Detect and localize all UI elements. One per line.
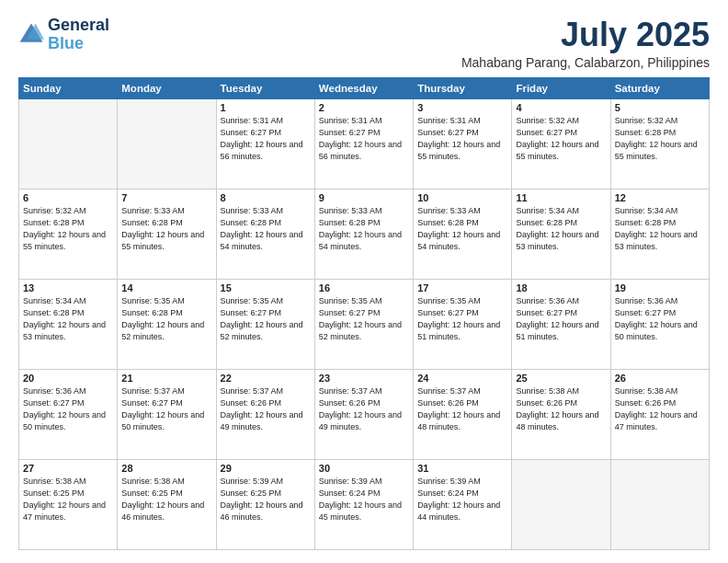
calendar-cell: 28Sunrise: 5:38 AM Sunset: 6:25 PM Dayli… (118, 459, 216, 549)
calendar-cell: 30Sunrise: 5:39 AM Sunset: 6:24 PM Dayli… (314, 459, 413, 549)
week-row-0: 1Sunrise: 5:31 AM Sunset: 6:27 PM Daylig… (19, 98, 710, 189)
cell-info: Sunrise: 5:32 AM Sunset: 6:27 PM Dayligh… (516, 115, 606, 163)
page: General Blue July 2025 Mahabang Parang, … (0, 0, 728, 563)
col-header-monday: Monday (118, 77, 216, 98)
day-number: 18 (516, 282, 606, 293)
cell-info: Sunrise: 5:39 AM Sunset: 6:24 PM Dayligh… (417, 476, 507, 523)
day-number: 10 (417, 192, 507, 203)
cell-info: Sunrise: 5:35 AM Sunset: 6:27 PM Dayligh… (319, 295, 409, 343)
calendar-cell: 5Sunrise: 5:32 AM Sunset: 6:28 PM Daylig… (610, 98, 709, 189)
cell-info: Sunrise: 5:32 AM Sunset: 6:28 PM Dayligh… (23, 205, 113, 253)
col-header-saturday: Saturday (610, 77, 709, 98)
calendar-cell (512, 459, 610, 549)
week-row-4: 27Sunrise: 5:38 AM Sunset: 6:25 PM Dayli… (19, 459, 710, 549)
cell-info: Sunrise: 5:35 AM Sunset: 6:27 PM Dayligh… (417, 295, 507, 343)
cell-info: Sunrise: 5:37 AM Sunset: 6:26 PM Dayligh… (319, 385, 409, 433)
day-number: 29 (221, 463, 311, 474)
cell-info: Sunrise: 5:31 AM Sunset: 6:27 PM Dayligh… (417, 115, 507, 163)
day-number: 16 (319, 282, 409, 293)
cell-info: Sunrise: 5:33 AM Sunset: 6:28 PM Dayligh… (319, 205, 409, 253)
cell-info: Sunrise: 5:34 AM Sunset: 6:28 PM Dayligh… (615, 205, 705, 253)
day-number: 17 (417, 282, 507, 293)
cell-info: Sunrise: 5:37 AM Sunset: 6:26 PM Dayligh… (221, 385, 311, 433)
calendar-cell: 16Sunrise: 5:35 AM Sunset: 6:27 PM Dayli… (314, 279, 413, 369)
calendar-cell: 13Sunrise: 5:34 AM Sunset: 6:28 PM Dayli… (19, 279, 118, 369)
calendar-cell: 3Sunrise: 5:31 AM Sunset: 6:27 PM Daylig… (414, 98, 512, 189)
logo-text: General Blue (48, 17, 109, 53)
calendar-cell: 21Sunrise: 5:37 AM Sunset: 6:27 PM Dayli… (118, 369, 216, 459)
calendar-cell: 11Sunrise: 5:34 AM Sunset: 6:28 PM Dayli… (512, 189, 610, 279)
cell-info: Sunrise: 5:34 AM Sunset: 6:28 PM Dayligh… (516, 205, 606, 253)
calendar-cell: 22Sunrise: 5:37 AM Sunset: 6:26 PM Dayli… (216, 369, 314, 459)
day-number: 13 (23, 282, 113, 293)
cell-info: Sunrise: 5:34 AM Sunset: 6:28 PM Dayligh… (23, 295, 113, 343)
day-number: 14 (121, 282, 211, 293)
calendar-table: SundayMondayTuesdayWednesdayThursdayFrid… (18, 77, 710, 550)
day-number: 28 (121, 463, 211, 474)
calendar-cell: 12Sunrise: 5:34 AM Sunset: 6:28 PM Dayli… (610, 189, 709, 279)
cell-info: Sunrise: 5:36 AM Sunset: 6:27 PM Dayligh… (516, 295, 606, 343)
cell-info: Sunrise: 5:39 AM Sunset: 6:25 PM Dayligh… (221, 476, 311, 523)
calendar-cell: 1Sunrise: 5:31 AM Sunset: 6:27 PM Daylig… (216, 98, 314, 189)
logo-icon (18, 22, 44, 48)
day-number: 27 (23, 463, 113, 474)
day-number: 12 (615, 192, 705, 203)
cell-info: Sunrise: 5:39 AM Sunset: 6:24 PM Dayligh… (319, 476, 409, 523)
calendar-cell (118, 98, 216, 189)
calendar-cell: 19Sunrise: 5:36 AM Sunset: 6:27 PM Dayli… (610, 279, 709, 369)
day-number: 26 (615, 373, 705, 384)
day-number: 24 (417, 373, 507, 384)
day-number: 19 (615, 282, 705, 293)
cell-info: Sunrise: 5:32 AM Sunset: 6:28 PM Dayligh… (615, 115, 705, 163)
calendar-cell: 17Sunrise: 5:35 AM Sunset: 6:27 PM Dayli… (414, 279, 512, 369)
day-number: 3 (417, 102, 507, 113)
calendar-cell: 18Sunrise: 5:36 AM Sunset: 6:27 PM Dayli… (512, 279, 610, 369)
calendar-cell (19, 98, 118, 189)
calendar-cell (610, 459, 709, 549)
cell-info: Sunrise: 5:35 AM Sunset: 6:28 PM Dayligh… (121, 295, 211, 343)
calendar-cell: 8Sunrise: 5:33 AM Sunset: 6:28 PM Daylig… (216, 189, 314, 279)
logo: General Blue (18, 17, 109, 53)
calendar-cell: 26Sunrise: 5:38 AM Sunset: 6:26 PM Dayli… (610, 369, 709, 459)
day-number: 15 (221, 282, 311, 293)
day-number: 21 (121, 373, 211, 384)
col-header-thursday: Thursday (414, 77, 512, 98)
calendar-cell: 31Sunrise: 5:39 AM Sunset: 6:24 PM Dayli… (414, 459, 512, 549)
week-row-3: 20Sunrise: 5:36 AM Sunset: 6:27 PM Dayli… (19, 369, 710, 459)
col-header-sunday: Sunday (19, 77, 118, 98)
calendar-cell: 25Sunrise: 5:38 AM Sunset: 6:26 PM Dayli… (512, 369, 610, 459)
col-header-friday: Friday (512, 77, 610, 98)
cell-info: Sunrise: 5:33 AM Sunset: 6:28 PM Dayligh… (417, 205, 507, 253)
cell-info: Sunrise: 5:37 AM Sunset: 6:26 PM Dayligh… (417, 385, 507, 433)
title-block: July 2025 Mahabang Parang, Calabarzon, P… (461, 17, 710, 70)
cell-info: Sunrise: 5:36 AM Sunset: 6:27 PM Dayligh… (23, 385, 113, 433)
cell-info: Sunrise: 5:37 AM Sunset: 6:27 PM Dayligh… (121, 385, 211, 433)
logo-line1: General (48, 17, 109, 35)
calendar-cell: 15Sunrise: 5:35 AM Sunset: 6:27 PM Dayli… (216, 279, 314, 369)
calendar-cell: 24Sunrise: 5:37 AM Sunset: 6:26 PM Dayli… (414, 369, 512, 459)
day-number: 23 (319, 373, 409, 384)
calendar-cell: 29Sunrise: 5:39 AM Sunset: 6:25 PM Dayli… (216, 459, 314, 549)
calendar-cell: 7Sunrise: 5:33 AM Sunset: 6:28 PM Daylig… (118, 189, 216, 279)
day-number: 8 (221, 192, 311, 203)
cell-info: Sunrise: 5:38 AM Sunset: 6:26 PM Dayligh… (516, 385, 606, 433)
location-title: Mahabang Parang, Calabarzon, Philippines (461, 55, 710, 70)
day-number: 7 (121, 192, 211, 203)
calendar-cell: 23Sunrise: 5:37 AM Sunset: 6:26 PM Dayli… (314, 369, 413, 459)
calendar-header-row: SundayMondayTuesdayWednesdayThursdayFrid… (19, 77, 710, 98)
day-number: 6 (23, 192, 113, 203)
cell-info: Sunrise: 5:36 AM Sunset: 6:27 PM Dayligh… (615, 295, 705, 343)
cell-info: Sunrise: 5:31 AM Sunset: 6:27 PM Dayligh… (319, 115, 409, 163)
cell-info: Sunrise: 5:38 AM Sunset: 6:26 PM Dayligh… (615, 385, 705, 433)
logo-line2: Blue (48, 34, 84, 52)
col-header-tuesday: Tuesday (216, 77, 314, 98)
header: General Blue July 2025 Mahabang Parang, … (18, 17, 710, 70)
month-title: July 2025 (461, 17, 710, 53)
calendar-cell: 9Sunrise: 5:33 AM Sunset: 6:28 PM Daylig… (314, 189, 413, 279)
week-row-1: 6Sunrise: 5:32 AM Sunset: 6:28 PM Daylig… (19, 189, 710, 279)
cell-info: Sunrise: 5:38 AM Sunset: 6:25 PM Dayligh… (23, 476, 113, 523)
day-number: 22 (221, 373, 311, 384)
col-header-wednesday: Wednesday (314, 77, 413, 98)
day-number: 11 (516, 192, 606, 203)
calendar-cell: 6Sunrise: 5:32 AM Sunset: 6:28 PM Daylig… (19, 189, 118, 279)
